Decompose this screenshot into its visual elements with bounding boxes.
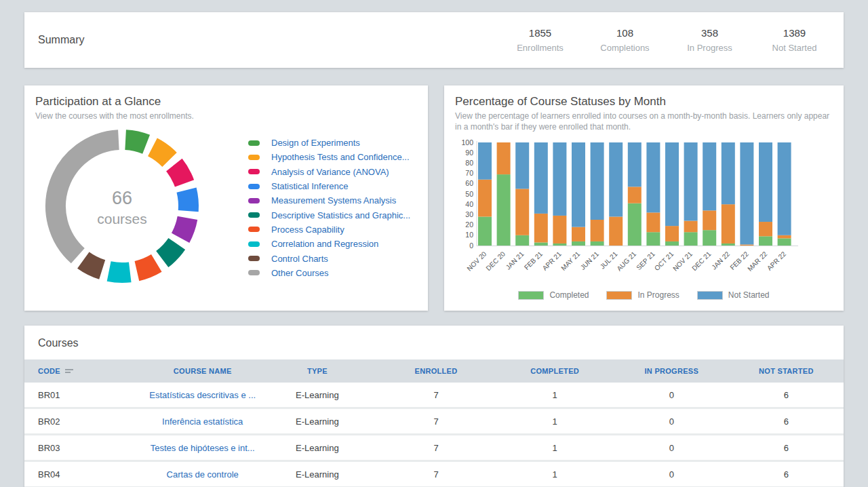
legend-swatch xyxy=(248,140,260,146)
bar-segment[interactable] xyxy=(478,180,492,217)
bar-segment[interactable] xyxy=(722,142,735,204)
bar-segment[interactable] xyxy=(778,238,791,246)
bar-segment[interactable] xyxy=(703,230,716,246)
bar-segment[interactable] xyxy=(759,222,772,236)
column-header[interactable]: ENROLLED xyxy=(376,367,495,375)
course-name-link[interactable]: Inferência estatística xyxy=(147,416,258,427)
bar-segment[interactable] xyxy=(665,142,679,226)
column-header[interactable]: IN PROGRESS xyxy=(614,367,729,375)
bar-segment[interactable] xyxy=(778,235,791,239)
column-header[interactable]: COMPLETED xyxy=(496,367,614,375)
bar-segment[interactable] xyxy=(684,232,698,246)
bar-segment[interactable] xyxy=(515,189,529,235)
bar-segment[interactable] xyxy=(553,142,566,216)
bar-segment[interactable] xyxy=(740,142,753,244)
y-tick-label: 100 xyxy=(461,138,473,147)
donut-segment[interactable] xyxy=(109,271,130,273)
bar-segment[interactable] xyxy=(628,187,642,203)
bar-segment[interactable] xyxy=(572,241,585,246)
bar-segment[interactable] xyxy=(478,216,492,246)
bar-segment[interactable] xyxy=(534,142,548,214)
bar-segment[interactable] xyxy=(665,241,679,246)
x-tick-label: JAN 21 xyxy=(505,250,526,271)
legend-course-link[interactable]: Hypothesis Tests and Confidence... xyxy=(271,152,410,162)
bar-segment[interactable] xyxy=(722,204,735,244)
bar-segment[interactable] xyxy=(665,226,679,241)
courses-card: Courses CODECOURSE NAMETYPEENROLLEDCOMPL… xyxy=(24,326,844,487)
column-header[interactable]: COURSE NAME xyxy=(147,367,258,375)
x-tick-label: AUG 21 xyxy=(615,250,637,272)
bar-segment[interactable] xyxy=(534,214,548,243)
column-header-label: NOT STARTED xyxy=(759,367,814,375)
legend-course-link[interactable]: Other Courses xyxy=(271,268,329,278)
legend-course-link[interactable]: Statistical Inference xyxy=(271,181,348,191)
donut-segment[interactable] xyxy=(162,244,177,260)
column-header[interactable]: CODE xyxy=(24,367,147,375)
bar-segment[interactable] xyxy=(703,210,716,230)
legend-swatch xyxy=(248,212,260,218)
legend-course-link[interactable]: Measurement Systems Analysis xyxy=(271,195,396,206)
bar-segment[interactable] xyxy=(628,203,642,246)
bar-segment[interactable] xyxy=(591,241,604,246)
table-cell: 1 xyxy=(496,416,614,427)
bar-segment[interactable] xyxy=(572,227,585,241)
bar-segment[interactable] xyxy=(591,220,604,241)
x-tick-label: NOV 21 xyxy=(671,250,694,272)
bar-segment[interactable] xyxy=(591,142,604,220)
bar-segment[interactable] xyxy=(609,216,623,246)
bar-segment[interactable] xyxy=(553,216,566,244)
legend-course-link[interactable]: Process Capability xyxy=(271,225,344,235)
bar-segment[interactable] xyxy=(609,142,623,216)
donut-legend-item: Hypothesis Tests and Confidence... xyxy=(248,150,410,164)
donut-segment[interactable] xyxy=(180,218,187,237)
donut-segment[interactable] xyxy=(153,147,170,160)
donut-segment[interactable] xyxy=(174,165,184,183)
course-name-link[interactable]: Testes de hipóteses e int... xyxy=(147,443,258,453)
table-cell: BR02 xyxy=(24,416,147,427)
bar-segment[interactable] xyxy=(703,142,716,210)
legend-course-link[interactable]: Correlation and Regression xyxy=(271,239,378,249)
bar-segment[interactable] xyxy=(515,235,529,246)
bar-segment[interactable] xyxy=(778,142,791,235)
legend-course-link[interactable]: Control Charts xyxy=(271,254,328,264)
bar-segment[interactable] xyxy=(740,244,753,246)
donut-segment[interactable] xyxy=(56,140,119,256)
bar-segment[interactable] xyxy=(759,236,772,246)
donut-segment[interactable] xyxy=(137,263,157,271)
column-header[interactable]: TYPE xyxy=(258,367,376,375)
bar-segment[interactable] xyxy=(497,142,511,174)
bar-segment[interactable] xyxy=(478,142,492,180)
donut-legend-item: Descriptive Statistics and Graphic... xyxy=(248,208,410,222)
stat-value: 108 xyxy=(583,27,667,39)
x-tick-label: APR 22 xyxy=(766,250,787,271)
bar-legend-item: In Progress xyxy=(606,290,679,300)
bar-segment[interactable] xyxy=(497,174,511,246)
donut-segment[interactable] xyxy=(83,260,102,270)
bar-segment[interactable] xyxy=(722,244,735,246)
donut-legend-item: Control Charts xyxy=(248,251,410,265)
bar-segment[interactable] xyxy=(684,221,698,233)
donut-legend-item: Measurement Systems Analysis xyxy=(248,193,410,208)
legend-course-link[interactable]: Analysis of Variance (ANOVA) xyxy=(271,167,389,177)
course-name-link[interactable]: Cartas de controle xyxy=(147,469,258,480)
donut-legend-item: Other Courses xyxy=(248,266,410,280)
column-header[interactable]: NOT STARTED xyxy=(729,367,844,375)
course-name-link[interactable]: Estatísticas descritivas e ... xyxy=(147,390,258,400)
bar-segment[interactable] xyxy=(572,142,585,227)
table-row: BR01Estatísticas descritivas e ...E-Lear… xyxy=(24,383,844,409)
legend-course-link[interactable]: Descriptive Statistics and Graphic... xyxy=(271,210,410,220)
donut-segment[interactable] xyxy=(186,190,189,211)
legend-course-link[interactable]: Design of Experiments xyxy=(271,138,360,148)
bar-segment[interactable] xyxy=(515,142,529,189)
bar-segment[interactable] xyxy=(684,142,698,221)
bar-segment[interactable] xyxy=(646,212,660,232)
sort-icon[interactable] xyxy=(65,369,73,373)
bar-segment[interactable] xyxy=(646,232,660,246)
bar-segment[interactable] xyxy=(534,242,548,246)
y-tick-label: 0 xyxy=(469,241,473,250)
donut-segment[interactable] xyxy=(125,140,146,144)
bar-segment[interactable] xyxy=(628,142,642,187)
bar-segment[interactable] xyxy=(553,244,566,246)
bar-segment[interactable] xyxy=(759,142,772,222)
bar-segment[interactable] xyxy=(646,142,660,212)
